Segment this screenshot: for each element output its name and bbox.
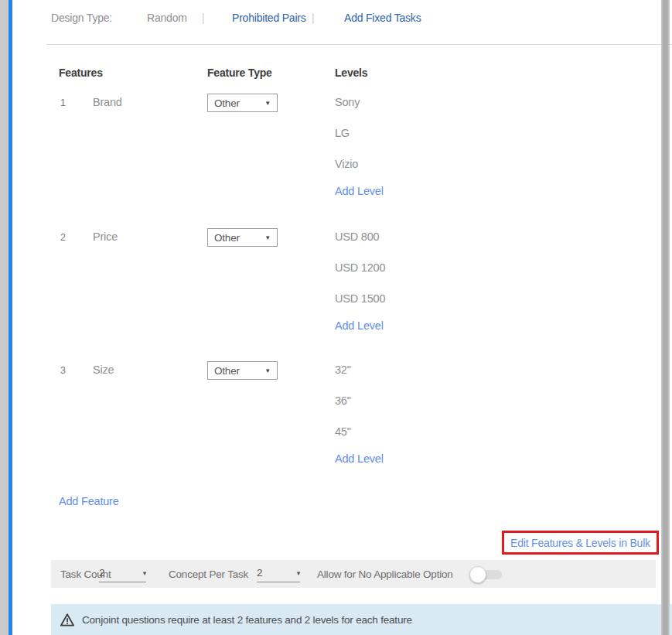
add-level-link[interactable]: Add Level <box>335 319 384 332</box>
design-type-option-prohibited-pairs[interactable]: Prohibited Pairs <box>232 12 306 24</box>
level-value: 32" <box>335 364 351 376</box>
add-level-link[interactable]: Add Level <box>335 452 384 465</box>
feature-type-selected-value: Other <box>214 97 240 109</box>
level-value: USD 1500 <box>335 292 385 305</box>
separator: | <box>202 12 204 24</box>
feature-name: Size <box>93 364 114 376</box>
no-applicable-option-toggle[interactable] <box>478 570 502 579</box>
concept-per-task-value: 2 <box>257 567 262 579</box>
dropdown-caret-icon: ▾ <box>297 567 300 577</box>
level-value: Vizio <box>335 158 358 170</box>
dropdown-caret-icon: ▾ <box>143 567 146 577</box>
vertical-scrollbar[interactable] <box>661 0 670 635</box>
level-value: USD 1200 <box>335 261 385 274</box>
concept-per-task-label: Concept Per Task <box>169 568 248 580</box>
design-type-label: Design Type: <box>51 12 112 24</box>
separator: | <box>312 12 314 24</box>
feature-name: Brand <box>93 96 122 108</box>
feature-type-dropdown[interactable]: Other ▼ <box>207 228 278 247</box>
feature-index: 3 <box>60 365 66 376</box>
dropdown-caret-icon: ▼ <box>264 234 271 241</box>
toggle-knob <box>469 566 486 583</box>
warning-banner: Conjoint questions require at least 2 fe… <box>51 604 672 635</box>
column-header-features: Features <box>59 67 103 79</box>
dropdown-caret-icon: ▼ <box>264 367 271 374</box>
level-value: 45" <box>335 425 351 438</box>
dropdown-caret-icon: ▼ <box>264 100 271 107</box>
column-header-levels: Levels <box>335 67 367 79</box>
column-header-feature-type: Feature Type <box>207 67 272 79</box>
level-value: USD 800 <box>335 230 379 243</box>
task-settings-bar: Task Count 2 ▾ Concept Per Task 2 ▾ Allo… <box>51 560 656 588</box>
feature-name: Price <box>93 230 118 243</box>
level-value: Sony <box>335 96 360 108</box>
active-question-accent-bar <box>9 0 12 635</box>
add-level-link[interactable]: Add Level <box>335 185 384 197</box>
conjoint-setup-panel: Design Type: Random | Prohibited Pairs |… <box>0 0 672 635</box>
design-type-option-add-fixed-tasks[interactable]: Add Fixed Tasks <box>344 12 421 24</box>
level-value: LG <box>335 127 350 139</box>
page-left-gutter <box>0 0 9 635</box>
add-feature-link[interactable]: Add Feature <box>59 495 119 507</box>
level-value: 36" <box>335 394 351 407</box>
task-count-value: 2 <box>99 567 104 579</box>
no-applicable-option-label: Allow for No Applicable Option <box>317 568 453 580</box>
section-divider <box>46 44 672 45</box>
warning-triangle-icon <box>60 613 74 626</box>
task-count-dropdown[interactable]: 2 ▾ <box>99 567 146 582</box>
feature-index: 2 <box>60 232 66 243</box>
red-highlight-annotation: Edit Features & Levels in Bulk <box>502 531 659 555</box>
feature-type-dropdown[interactable]: Other ▼ <box>207 94 278 112</box>
feature-type-selected-value: Other <box>214 365 240 377</box>
edit-features-levels-bulk-link[interactable]: Edit Features & Levels in Bulk <box>510 537 650 549</box>
feature-type-selected-value: Other <box>214 232 240 244</box>
concept-per-task-dropdown[interactable]: 2 ▾ <box>257 567 300 582</box>
design-type-option-random[interactable]: Random <box>147 12 187 24</box>
warning-text: Conjoint questions require at least 2 fe… <box>82 614 412 626</box>
feature-type-dropdown[interactable]: Other ▼ <box>207 361 278 380</box>
feature-index: 1 <box>60 97 66 108</box>
